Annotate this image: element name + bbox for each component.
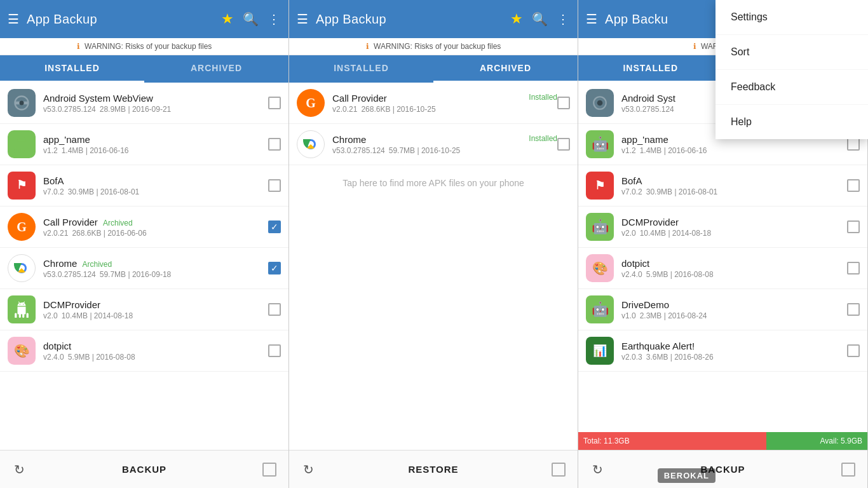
- select-all-checkbox-3[interactable]: [841, 463, 855, 477]
- warning-bar-1: ℹ WARNING: Risks of your backup files: [0, 38, 288, 55]
- app-info: dotpict v2.4.0 5.9MB | 2016-08-08: [621, 258, 847, 279]
- more-icon-1[interactable]: ⋮: [268, 11, 281, 27]
- tab-archived-1[interactable]: ARCHIVED: [144, 55, 288, 83]
- menu-item-feedback[interactable]: Feedback: [715, 70, 868, 105]
- list-item[interactable]: Chrome Archived v53.0.2785.124 59.7MB | …: [0, 248, 288, 289]
- list-item[interactable]: 📊 Earthquake Alert! v2.0.3 3.6MB | 2016-…: [578, 330, 867, 372]
- list-item[interactable]: Chrome Installed v53.0.2785.124 59.7MB |…: [289, 124, 578, 165]
- app-checkbox-checked[interactable]: ✓: [268, 220, 281, 233]
- app-checkbox[interactable]: [847, 138, 860, 151]
- app-icon-dcm: [8, 295, 36, 323]
- app-icon-bofa: ⚑: [8, 172, 36, 200]
- backup-button-1[interactable]: BACKUP: [38, 464, 250, 475]
- refresh-button-1[interactable]: ↻: [0, 462, 38, 477]
- app-checkbox[interactable]: [847, 262, 860, 274]
- select-all-checkbox-1[interactable]: [262, 463, 276, 477]
- app-info: DCMProvider v2.0 10.4MB | 2014-08-18: [621, 217, 847, 238]
- svg-point-9: [597, 100, 603, 106]
- select-all-box-2[interactable]: [539, 463, 578, 477]
- app-icon-bofa3: ⚑: [586, 172, 614, 200]
- refresh-button-2[interactable]: ↻: [289, 462, 327, 477]
- warning-icon-3: ℹ: [693, 42, 696, 51]
- app-icon-dotpict: 🎨: [8, 337, 36, 365]
- list-item[interactable]: G Call Provider Installed v2.0.21 268.6K…: [289, 83, 578, 124]
- app-checkbox[interactable]: [557, 97, 570, 109]
- star-icon-2[interactable]: ★: [510, 11, 523, 27]
- app-icon-webview3: [586, 89, 614, 117]
- app-checkbox[interactable]: [557, 138, 570, 151]
- app-icon-chrome2: [297, 130, 325, 158]
- app-checkbox[interactable]: [268, 97, 281, 109]
- app-info: Earthquake Alert! v2.0.3 3.6MB | 2016-08…: [621, 341, 847, 362]
- app-icon-call2: G: [297, 89, 325, 117]
- app-info: Chrome Archived v53.0.2785.124 59.7MB | …: [43, 258, 268, 279]
- list-item[interactable]: 🤖 DriveDemo v1.0 2.3MB | 2016-08-24: [578, 289, 867, 330]
- app-checkbox[interactable]: [268, 303, 281, 316]
- tab-installed-3[interactable]: INSTALLED: [578, 55, 723, 83]
- list-item[interactable]: 🤖 DCMProvider v2.0 10.4MB | 2014-08-18: [578, 207, 867, 248]
- tab-installed-2[interactable]: INSTALLED: [289, 55, 433, 83]
- app-icon-earthquake3: 📊: [586, 337, 614, 365]
- list-item[interactable]: ⚑ BofA v7.0.2 30.9MB | 2016-08-01: [578, 165, 867, 207]
- app-checkbox[interactable]: [847, 220, 860, 233]
- storage-used: Total: 11.3GB: [578, 432, 766, 450]
- header-1: ☰ App Backup ★ 🔍 ⋮: [0, 0, 288, 38]
- more-icon-2[interactable]: ⋮: [557, 11, 570, 27]
- panel-1: ☰ App Backup ★ 🔍 ⋮ ℹ WARNING: Risks of y…: [0, 0, 289, 488]
- bottom-bar-1: ↻ BACKUP: [0, 450, 288, 488]
- star-icon-1[interactable]: ★: [221, 11, 234, 27]
- app-icon-webview: [8, 89, 36, 117]
- app-checkbox[interactable]: [268, 344, 281, 357]
- app-info: Call Provider Archived v2.0.21 268.6KB |…: [43, 217, 268, 238]
- header-title-1: App Backup: [27, 12, 221, 27]
- list-item[interactable]: ⚑ BofA v7.0.2 30.9MB | 2016-08-01: [0, 165, 288, 207]
- menu-item-sort[interactable]: Sort: [715, 35, 868, 70]
- warning-icon-1: ℹ: [77, 42, 80, 51]
- app-list-1: Android System WebView v53.0.2785.124 28…: [0, 83, 288, 450]
- select-all-checkbox-2[interactable]: [552, 463, 566, 477]
- menu-icon-3[interactable]: ☰: [586, 11, 597, 27]
- menu-icon-2[interactable]: ☰: [297, 11, 308, 27]
- tab-installed-1[interactable]: INSTALLED: [0, 55, 144, 83]
- app-info: dotpict v2.4.0 5.9MB | 2016-08-08: [43, 341, 268, 362]
- app-list-2: G Call Provider Installed v2.0.21 268.6K…: [289, 83, 578, 450]
- warning-bar-2: ℹ WARNING: Risks of your backup files: [289, 38, 578, 55]
- refresh-button-3[interactable]: ↻: [578, 462, 616, 477]
- app-icon-android3: 🤖: [586, 130, 614, 158]
- select-all-box-3[interactable]: [829, 463, 867, 477]
- app-info: app_'name v1.2 1.4MB | 2016-06-16: [43, 134, 268, 155]
- list-item[interactable]: app_'name v1.2 1.4MB | 2016-06-16: [0, 124, 288, 165]
- storage-bar: Total: 11.3GB Avail: 5.9GB: [578, 432, 867, 450]
- list-item[interactable]: G Call Provider Archived v2.0.21 268.6KB…: [0, 207, 288, 248]
- app-checkbox[interactable]: [847, 303, 860, 316]
- list-item[interactable]: 🎨 dotpict v2.4.0 5.9MB | 2016-08-08: [0, 330, 288, 372]
- header-2: ☰ App Backup ★ 🔍 ⋮: [289, 0, 578, 38]
- restore-button-2[interactable]: RESTORE: [327, 464, 539, 475]
- backup-button-3[interactable]: BACKUP: [616, 464, 829, 475]
- app-info: BofA v7.0.2 30.9MB | 2016-08-01: [43, 175, 268, 196]
- app-checkbox[interactable]: [847, 179, 860, 192]
- app-icon-android: [8, 130, 36, 158]
- menu-item-settings[interactable]: Settings: [715, 0, 868, 35]
- tab-archived-2[interactable]: ARCHIVED: [433, 55, 578, 83]
- app-icon-dotpict3: 🎨: [586, 254, 614, 282]
- app-checkbox[interactable]: [268, 138, 281, 151]
- bottom-bar-3: ↻ BACKUP: [578, 450, 867, 488]
- list-item[interactable]: Android System WebView v53.0.2785.124 28…: [0, 83, 288, 124]
- app-checkbox-checked[interactable]: ✓: [268, 262, 281, 274]
- app-checkbox[interactable]: [847, 344, 860, 357]
- app-checkbox[interactable]: [268, 179, 281, 192]
- svg-point-1: [20, 101, 24, 105]
- app-icon-call: G: [8, 213, 36, 241]
- search-icon-1[interactable]: 🔍: [243, 11, 259, 27]
- menu-item-help[interactable]: Help: [715, 105, 868, 139]
- panel-2: ☰ App Backup ★ 🔍 ⋮ ℹ WARNING: Risks of y…: [289, 0, 578, 488]
- list-item[interactable]: 🎨 dotpict v2.4.0 5.9MB | 2016-08-08: [578, 248, 867, 289]
- list-item[interactable]: DCMProvider v2.0 10.4MB | 2014-08-18: [0, 289, 288, 330]
- select-all-box-1[interactable]: [250, 463, 288, 477]
- app-icon-chrome: [8, 254, 36, 282]
- menu-icon-1[interactable]: ☰: [8, 11, 19, 27]
- find-apk-row[interactable]: Tap here to find more APK files on your …: [289, 165, 578, 201]
- search-icon-2[interactable]: 🔍: [532, 11, 548, 27]
- app-info: Call Provider Installed v2.0.21 268.6KB …: [332, 93, 557, 114]
